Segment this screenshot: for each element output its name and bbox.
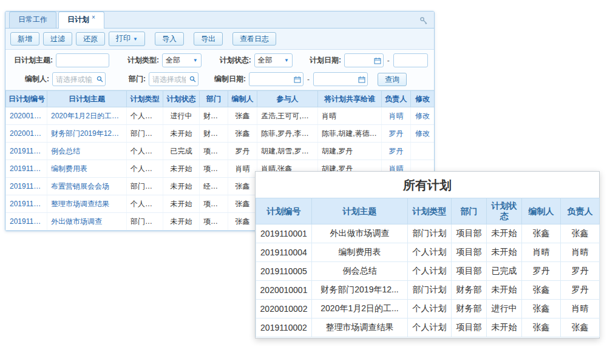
table-row[interactable]: 20200100022020年1月2日的工作日...个人计划进行中财务部张鑫孟浩… [6,107,435,125]
key-icon[interactable] [418,15,429,26]
column-header: 负责人 [382,91,411,107]
cell-link[interactable]: 修改 [411,107,435,125]
plan-type-label: 计划类型: [127,55,159,66]
table-cell [411,143,435,160]
table-cell: 整理市场调查结果 [312,318,408,337]
chevron-down-icon: ▼ [193,58,198,63]
plan-status-select[interactable]: 全部 ▼ [254,53,293,67]
cell-link[interactable]: 罗丹 [382,125,411,143]
table-cell: 部门计划 [127,213,163,231]
compile-date-from-field [249,72,304,86]
table-row[interactable]: 2020010001财务部门2019年12月的...部门计划未开始财务部张鑫陈菲… [6,125,435,143]
plan-date-to-input[interactable] [393,53,428,67]
table-cell: 张鑫 [228,195,257,213]
page-title: 所有计划 [256,172,599,198]
print-dropdown-button[interactable]: 打印▼ [109,32,145,46]
table-cell: 张鑫 [522,300,561,318]
cell-link[interactable]: 2020010002 [6,107,47,125]
date-range-separator: - [387,56,390,65]
table-row[interactable]: 20200100022020年1月2日的工...个人计划财务部进行中张鑫肖晴 [256,300,600,318]
cell-link[interactable]: 2019110002 [6,195,47,213]
column-header: 计划类型 [408,198,452,224]
table-cell: 财务部 [452,300,487,318]
table-cell: 项目部 [452,262,487,281]
search-icon[interactable] [97,76,103,83]
table-cell: 未开始 [163,195,200,213]
restore-button[interactable]: 还原 [76,32,105,46]
cell-link[interactable]: 例会总结 [47,143,127,160]
cell-link[interactable]: 编制费用表 [47,160,127,178]
cell-link[interactable]: 财务部门2019年12月的... [47,125,127,143]
all-plans-table: 计划编号计划主题计划类型部门计划状态编制人负责人2019110001外出做市场调… [256,198,600,337]
close-tab-icon[interactable]: × [92,14,95,21]
table-row[interactable]: 2019110004编制费用表个人计划项目部未开始肖晴肖晴 [256,243,600,262]
table-row[interactable]: 2020010001财务部门2019年12...部门计划财务部未开始张鑫罗丹 [256,281,600,300]
chevron-down-icon: ▼ [284,58,289,63]
table-cell: 2019110004 [256,243,312,262]
table-row[interactable]: 2019110005例会总结个人计划项目部已完成罗丹罗丹 [256,262,600,281]
import-button[interactable]: 导入 [155,32,184,46]
table-cell: 张鑫 [228,178,257,195]
view-log-button[interactable]: 查看日志 [232,32,276,46]
table-cell: 2020010002 [256,300,312,318]
table-cell: 张鑫 [561,224,600,243]
table-cell: 个人计划 [127,195,163,213]
add-button[interactable]: 新增 [10,32,39,46]
cell-link[interactable]: 布置营销展会会场 [47,178,127,195]
calendar-icon[interactable] [358,76,365,83]
table-cell: 项目部 [200,213,228,231]
tab-daily-work[interactable]: 日常工作 [9,12,56,28]
cell-link[interactable]: 罗丹 [382,143,411,160]
table-cell: 未开始 [487,281,522,300]
filter-row-2: 编制人: 部门: [5,70,434,89]
cell-link[interactable]: 2019110004 [6,160,47,178]
plan-date-to-field [393,53,428,67]
table-cell: 张鑫 [228,125,257,143]
table-cell: 财务部 [200,125,228,143]
table-cell: 外出做市场调查 [312,224,408,243]
table-cell: 未开始 [163,178,200,195]
cell-link[interactable]: 2020010001 [6,125,47,143]
table-cell: 张鑫 [522,224,561,243]
desktop: 日常工作 日计划× 新增 过滤 还原 打印▼ 导入 导出 查看日志 [0,0,607,364]
table-cell: 项目部 [200,160,228,178]
table-cell: 2020010001 [256,281,312,300]
table-cell: 个人计划 [408,262,452,281]
table-cell: 胡建,罗丹 [318,143,382,160]
cell-link[interactable]: 修改 [411,125,435,143]
column-header: 负责人 [561,198,600,224]
table-row[interactable]: 2019110001外出做市场调查部门计划项目部未开始张鑫张鑫 [256,224,600,243]
search-icon[interactable] [189,76,196,83]
date-range-separator: - [307,75,310,84]
table-cell: 胡建,胡雪,罗丹,任晓... [257,143,318,160]
table-cell: 2019110005 [256,262,312,281]
table-cell: 张鑫 [561,318,600,337]
plan-type-select[interactable]: 全部 ▼ [162,53,202,67]
department-label: 部门: [129,74,146,84]
subject-input[interactable] [56,53,109,67]
column-header: 部门 [452,198,487,224]
filter-button[interactable]: 过滤 [43,32,72,46]
table-cell: 项目部 [200,143,228,160]
export-button[interactable]: 导出 [194,32,223,46]
cell-link[interactable]: 2019110001 [6,213,47,231]
calendar-icon[interactable] [294,76,301,83]
cell-link[interactable]: 2020年1月2日的工作日... [47,107,127,125]
cell-link[interactable]: 外出做市场调查 [47,213,127,231]
plan-status-label: 计划状态: [220,55,251,66]
table-cell: 2019110001 [256,224,312,243]
table-cell: 罗丹 [522,262,561,281]
cell-link[interactable]: 整理市场调查结果 [47,195,127,213]
cell-link[interactable]: 2019110005 [6,143,47,160]
table-cell: 财务部门2019年12... [312,281,408,300]
tab-daily-plan[interactable]: 日计划× [58,12,104,29]
cell-link[interactable]: 2019110003 [6,178,47,195]
column-header: 参与人 [257,91,318,107]
column-header: 计划主题 [312,198,408,224]
table-row[interactable]: 2019110002整理市场调查结果个人计划项目部未开始张鑫张鑫 [256,318,600,337]
cell-link[interactable]: 肖晴 [382,107,411,125]
table-row[interactable]: 2019110005例会总结个人计划已完成项目部罗丹胡建,胡雪,罗丹,任晓...… [6,143,435,160]
compile-date-label: 编制日期: [214,74,246,84]
calendar-icon[interactable] [374,57,381,64]
query-button[interactable]: 查询 [378,73,407,86]
